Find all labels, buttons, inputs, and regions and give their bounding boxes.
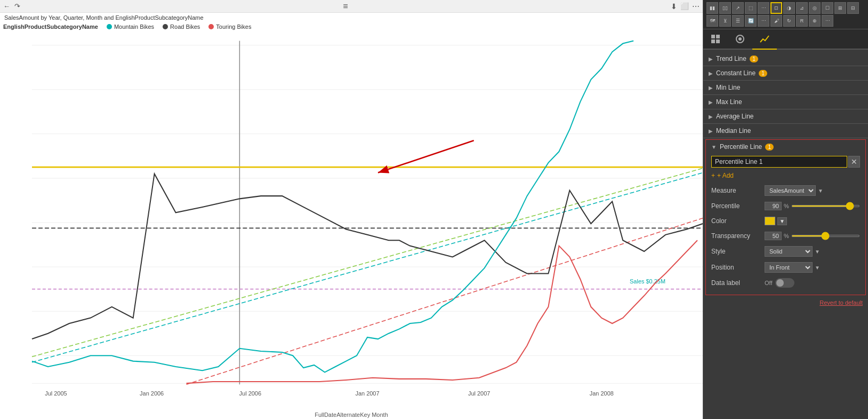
menu-icon[interactable]: ≡ [343, 2, 348, 11]
forward-icon[interactable]: ↷ [14, 2, 20, 10]
toolbar-chart-funnel[interactable]: ⊿ [796, 2, 808, 14]
toolbar-table[interactable]: ⊞ [834, 2, 846, 14]
right-panel: ▮▮ ▯▯ ↗ ⬚ ⋯ ⊡ ◑ ⊿ ◎ ☐ ⊞ ⊟ 🗺 ⊻ ☰ 🔄 ⋯ 🖌 ↻ … [703, 0, 868, 419]
toolbar-custom[interactable]: ⊕ [809, 15, 821, 27]
svg-text:Jan 2006: Jan 2006 [140, 390, 164, 396]
section-trend-line: ▶ Trend Line 1 [703, 52, 868, 66]
tab-analytics[interactable] [752, 29, 777, 50]
percentile-value: 90 % [765, 202, 860, 210]
constant-line-badge: 1 [759, 70, 767, 77]
measure-select[interactable]: SalesAmount [765, 185, 816, 196]
percentile-name-row: ✕ [711, 156, 860, 168]
svg-line-23 [32, 173, 703, 362]
svg-rect-36 [711, 39, 715, 43]
panel-content: ▶ Trend Line 1 ▶ Constant Line 1 ▶ Min L… [703, 50, 868, 419]
add-icon: + [711, 172, 715, 179]
section-constant-line: ▶ Constant Line 1 [703, 66, 868, 81]
more-icon[interactable]: ⋯ [692, 2, 700, 11]
chart-title: SalesAmount by Year, Quarter, Month and … [0, 13, 703, 22]
toolbar-more2[interactable]: ⋯ [758, 15, 769, 27]
data-label-off-text: Off [765, 280, 772, 286]
toolbar-chart-gauge[interactable]: ◎ [809, 2, 821, 14]
median-line-label: Median Line [716, 127, 751, 135]
measure-row: Measure SalesAmount ▼ [711, 183, 860, 199]
toolbar-slicer[interactable]: ☰ [732, 15, 744, 27]
style-dropdown-arrow: ▼ [815, 249, 820, 255]
add-label: + Add [717, 172, 734, 179]
percentile-name-close-button[interactable]: ✕ [848, 156, 860, 168]
data-label-label: Data label [711, 279, 765, 287]
color-row: Color ▼ [711, 214, 860, 228]
transparency-value-box: 50 [765, 232, 782, 240]
revert-to-default-link[interactable]: Revert to default [703, 296, 868, 309]
chevron-max-line: ▶ [709, 99, 713, 105]
section-median-line-header[interactable]: ▶ Median Line [703, 124, 868, 138]
section-max-line-header[interactable]: ▶ Max Line [703, 95, 868, 109]
toolbar-map[interactable]: 🗺 [706, 15, 718, 27]
toolbar-more3[interactable]: ⋯ [822, 15, 833, 27]
chart-legend: EnglishProductSubcategoryName Mountain B… [0, 22, 703, 32]
toolbar-refresh[interactable]: ↻ [783, 15, 795, 27]
legend-touring-bikes: Touring Bikes [208, 23, 251, 30]
position-select[interactable]: In Front Behind [765, 262, 813, 273]
style-select[interactable]: Solid Dashed Dotted [765, 246, 813, 257]
add-percentile-button[interactable]: + + Add [711, 171, 860, 183]
percentile-unit: % [784, 203, 789, 209]
chart-svg: $0.8M $0.7M $0.6M $0.5M $0.4M $0.3M $0.2… [27, 35, 703, 396]
chart-topbar: ← ↷ ≡ ⬇ ⬜ ⋯ [0, 0, 703, 13]
section-constant-line-header[interactable]: ▶ Constant Line 1 [703, 66, 868, 80]
section-average-line: ▶ Average Line [703, 109, 868, 124]
percentile-line-badge: 1 [765, 144, 774, 151]
toolbar-paint[interactable]: 🖌 [770, 15, 782, 27]
svg-rect-35 [716, 35, 720, 38]
color-value: ▼ [765, 217, 860, 225]
position-value: In Front Behind ▼ [765, 262, 860, 273]
toolbar-chart-card[interactable]: ☐ [822, 2, 833, 14]
color-dropdown-button[interactable]: ▼ [777, 217, 787, 225]
percentile-line-content: ✕ + + Add Measure SalesAmount ▼ [706, 154, 865, 295]
percentile-row: Percentile 90 % [711, 199, 860, 214]
toolbar-chart-combo[interactable]: ⊡ [770, 2, 782, 14]
toolbar-chart-scatter[interactable]: ⋯ [758, 2, 769, 14]
trend-line-badge: 1 [750, 56, 758, 62]
style-label: Style [711, 248, 765, 255]
transparency-value: 50 % [765, 232, 860, 240]
transparency-unit: % [784, 233, 789, 239]
download-icon[interactable]: ⬇ [671, 2, 677, 11]
expand-icon[interactable]: ⬜ [680, 2, 689, 10]
svg-point-39 [738, 37, 742, 41]
percentile-name-input[interactable] [711, 156, 847, 168]
section-percentile-line-header[interactable]: ▼ Percentile Line 1 [706, 140, 865, 154]
svg-line-26 [378, 140, 474, 172]
svg-text:Jul 2007: Jul 2007 [468, 390, 490, 396]
transparency-slider[interactable] [791, 235, 860, 237]
trend-line-label: Trend Line [716, 55, 746, 62]
style-row: Style Solid Dashed Dotted ▼ [711, 243, 860, 259]
toolbar-chart-area[interactable]: ⬚ [745, 2, 757, 14]
back-icon[interactable]: ← [3, 2, 10, 10]
toolbar-chart-col[interactable]: ▯▯ [719, 2, 731, 14]
tab-fields[interactable] [703, 29, 728, 50]
section-min-line-header[interactable]: ▶ Min Line [703, 81, 868, 94]
toolbar-aq[interactable]: 🔄 [745, 15, 757, 27]
toolbar-chart-line[interactable]: ↗ [732, 2, 744, 14]
toolbar-chart-bar[interactable]: ▮▮ [706, 2, 718, 14]
color-swatch[interactable] [765, 217, 775, 225]
mountain-bikes-dot [107, 24, 112, 29]
section-average-line-header[interactable]: ▶ Average Line [703, 109, 868, 123]
data-label-toggle[interactable] [775, 278, 794, 288]
legend-road-bikes: Road Bikes [163, 23, 200, 30]
toolbar-matrix[interactable]: ⊟ [847, 2, 859, 14]
tab-format[interactable] [728, 29, 752, 50]
mountain-bikes-label: Mountain Bikes [114, 23, 154, 30]
transparency-label: Transparency [711, 232, 765, 240]
toolbar-filter[interactable]: ⊻ [719, 15, 731, 27]
toolbar-r[interactable]: R [796, 15, 808, 27]
position-label: Position [711, 264, 765, 271]
toolbar-chart-pie[interactable]: ◑ [783, 2, 795, 14]
section-trend-line-header[interactable]: ▶ Trend Line 1 [703, 52, 868, 66]
chevron-trend-line: ▶ [709, 56, 713, 62]
chart-container: $0.8M $0.7M $0.6M $0.5M $0.4M $0.3M $0.2… [0, 32, 703, 412]
percentile-slider[interactable] [791, 205, 860, 207]
svg-rect-34 [711, 35, 715, 38]
